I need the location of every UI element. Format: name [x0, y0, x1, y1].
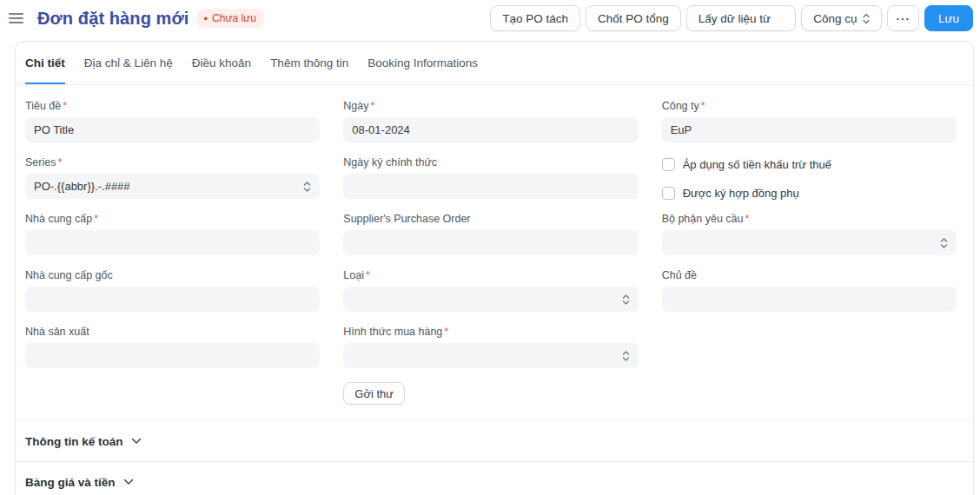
required-marker: *	[366, 269, 370, 281]
section-accounting[interactable]: Thông tin kế toán	[16, 420, 973, 461]
finalize-total-po-button[interactable]: Chốt PO tổng	[586, 5, 681, 31]
required-marker: *	[701, 100, 705, 112]
manufacturer-input[interactable]	[25, 343, 320, 368]
supplier-field: Nhà cung cấp*	[25, 213, 320, 255]
required-marker: *	[745, 213, 749, 225]
official-sign-date-input[interactable]	[343, 174, 638, 199]
required-marker: *	[57, 156, 62, 168]
chevron-up-down-icon	[622, 294, 630, 306]
is-subcontracted-checkbox-row: Được ký hợp đồng phụ	[662, 185, 957, 201]
chevron-up-down-icon	[863, 13, 870, 24]
details-form: Tiêu đề* Series* PO-.{{abbr}}.-.#### Nhà…	[16, 85, 973, 405]
tab-details[interactable]: Chi tiết	[25, 42, 65, 84]
page-header: Đơn đặt hàng mới • Chưa lưu Tạo PO tách …	[0, 0, 980, 36]
status-badge-label: Chưa lưu	[212, 12, 256, 24]
purchase-form-select[interactable]	[343, 343, 638, 368]
series-select[interactable]: PO-.{{abbr}}.-.####	[25, 174, 320, 199]
chevron-down-icon	[123, 478, 134, 485]
purchase-form-field: Hình thức mua hàng*	[343, 326, 638, 368]
official-sign-date-field: Ngày ký chính thức	[343, 156, 638, 199]
chevron-up-down-icon	[940, 237, 948, 249]
company-field: Công ty*	[662, 100, 957, 142]
date-input[interactable]	[343, 117, 638, 142]
section-price-list-currency[interactable]: Bảng giá và tiền	[16, 461, 973, 495]
tab-terms[interactable]: Điều khoản	[192, 42, 251, 84]
title-input[interactable]	[25, 117, 320, 142]
required-marker: *	[444, 326, 448, 338]
original-supplier-input[interactable]	[25, 287, 320, 312]
tab-bar: Chi tiết Địa chỉ & Liên hệ Điều khoản Th…	[16, 42, 973, 85]
suppliers-purchase-order-input[interactable]	[343, 230, 638, 255]
tab-address-contact[interactable]: Địa chỉ & Liên hệ	[84, 42, 173, 84]
chevron-up-down-icon	[622, 350, 630, 362]
requesting-department-field: Bộ phận yêu cầu*	[662, 213, 957, 255]
requesting-department-select[interactable]	[662, 230, 957, 255]
chevron-up-down-icon	[777, 13, 784, 24]
subject-field: Chủ đề	[662, 269, 957, 312]
page-title: Đơn đặt hàng mới	[37, 9, 189, 29]
menu-icon[interactable]	[9, 8, 30, 29]
manufacturer-field: Nhà sản xuất	[25, 326, 320, 368]
chevron-down-icon	[131, 438, 142, 445]
get-data-from-button[interactable]: Lấy dữ liệu từ	[686, 5, 796, 31]
form-column-2: Ngày* Ngày ký chính thức Supplier's Purc…	[343, 100, 638, 405]
original-supplier-field: Nhà cung cấp gốc	[25, 269, 320, 312]
supplier-input[interactable]	[25, 230, 320, 255]
tools-button[interactable]: Công cụ	[801, 5, 882, 31]
suppliers-purchase-order-field: Supplier's Purchase Order	[343, 213, 638, 255]
required-marker: *	[371, 100, 375, 112]
status-dot-icon: •	[203, 13, 208, 24]
ellipsis-icon: ···	[896, 12, 910, 25]
more-options-button[interactable]: ···	[887, 5, 919, 31]
tab-more-info[interactable]: Thêm thông tin	[270, 42, 348, 84]
series-field: Series* PO-.{{abbr}}.-.####	[25, 156, 320, 199]
company-input[interactable]	[662, 117, 957, 142]
tab-booking-informations[interactable]: Booking Informations	[368, 42, 478, 84]
apply-tax-withholding-checkbox[interactable]	[662, 158, 675, 171]
subject-input[interactable]	[662, 287, 957, 312]
form-column-3: Công ty* Áp dụng số tiền khấu trừ thuế Đ…	[662, 100, 957, 405]
required-marker: *	[94, 213, 98, 225]
header-actions: Tạo PO tách Chốt PO tổng Lấy dữ liệu từ …	[490, 5, 973, 31]
chevron-up-down-icon	[303, 181, 311, 193]
save-button[interactable]: Lưu	[924, 5, 973, 31]
form-card: Chi tiết Địa chỉ & Liên hệ Điều khoản Th…	[15, 41, 974, 495]
title-field: Tiêu đề*	[25, 100, 320, 142]
send-mail-button[interactable]: Gởi thư	[343, 382, 405, 405]
required-marker: *	[63, 100, 67, 112]
create-split-po-button[interactable]: Tạo PO tách	[490, 5, 580, 31]
status-badge: • Chưa lưu	[197, 9, 263, 28]
form-column-1: Tiêu đề* Series* PO-.{{abbr}}.-.#### Nhà…	[25, 100, 320, 405]
date-field: Ngày*	[343, 100, 638, 142]
type-select[interactable]	[343, 287, 638, 312]
apply-tax-withholding-checkbox-row: Áp dụng số tiền khấu trừ thuế	[662, 156, 957, 172]
is-subcontracted-checkbox[interactable]	[662, 187, 675, 200]
type-field: Loại*	[343, 269, 638, 312]
